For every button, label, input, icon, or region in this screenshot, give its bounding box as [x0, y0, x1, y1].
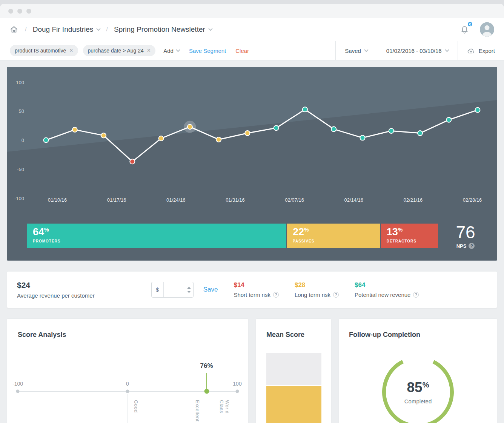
nps-segment-passives[interactable]: 22% PASSIVES — [287, 224, 380, 248]
score-marker[interactable] — [204, 389, 209, 394]
breadcrumb-separator: / — [25, 26, 27, 33]
chart-point[interactable] — [101, 133, 106, 138]
clear-filters-button[interactable]: Clear — [235, 48, 249, 54]
chart-point[interactable] — [303, 107, 307, 112]
filter-tag[interactable]: purchase date > Aug 24 × — [83, 45, 156, 56]
nps-help-icon[interactable]: ? — [469, 243, 475, 249]
notification-badge: 5 — [467, 21, 473, 27]
average-revenue-value: $24 — [17, 281, 95, 290]
filter-tag-label: purchase date > Aug 24 — [88, 48, 144, 54]
breadcrumb-item-company[interactable]: Doug Fir Industries — [33, 25, 100, 34]
chart-point[interactable] — [159, 136, 164, 141]
revenue-input[interactable] — [164, 282, 185, 297]
home-icon[interactable] — [10, 25, 18, 34]
saved-label: Saved — [345, 48, 361, 54]
quantity-stepper[interactable] — [185, 282, 193, 297]
x-axis-label: 01/17/16 — [107, 197, 126, 203]
chart-point[interactable] — [360, 135, 365, 140]
save-button[interactable]: Save — [203, 286, 218, 293]
percent-sign: % — [423, 381, 429, 389]
y-axis-label: -50 — [17, 167, 24, 172]
chart-point[interactable] — [187, 124, 192, 129]
chart-point[interactable] — [245, 131, 250, 136]
x-axis-label: 02/28/16 — [463, 197, 482, 203]
chart-point[interactable] — [216, 137, 221, 142]
chart-point[interactable] — [446, 117, 451, 122]
tag-close-icon[interactable]: × — [69, 48, 73, 54]
passives-label: PASSIVES — [293, 239, 380, 243]
main-content: 100500-50-10001/10/1601/17/1601/24/1601/… — [0, 60, 504, 423]
percent-sign: % — [44, 227, 49, 233]
scale-zero-line — [128, 394, 128, 423]
nps-score: 76 NPS ? — [447, 224, 484, 248]
breadcrumb-separator: / — [106, 26, 108, 33]
stepper-down-icon[interactable] — [187, 291, 191, 293]
notifications-button[interactable]: 5 — [460, 24, 469, 35]
breadcrumb-label: Doug Fir Industries — [33, 25, 94, 34]
y-axis-label: 50 — [19, 108, 24, 114]
chevron-down-icon — [445, 48, 449, 52]
export-button[interactable]: Export — [458, 41, 504, 60]
filter-bar-actions: Saved 01/02/2016 - 03/10/16 Export — [335, 41, 504, 60]
nps-line-chart: 100500-50-10001/10/1601/17/1601/24/1601/… — [7, 67, 497, 218]
chart-point[interactable] — [331, 127, 336, 131]
date-range-label: 01/02/2016 - 03/10/16 — [386, 48, 442, 54]
mean-score-title: Mean Score — [266, 331, 321, 339]
chart-point[interactable] — [475, 108, 480, 113]
breadcrumb-label: Spring Promotion Newsletter — [114, 25, 205, 34]
breadcrumb-item-campaign[interactable]: Spring Promotion Newsletter — [114, 25, 212, 34]
x-axis-label: 02/14/16 — [344, 197, 363, 203]
percent-sign: % — [398, 227, 403, 233]
add-filter-button[interactable]: Add — [163, 48, 180, 54]
followup-title: Follow-up Completion — [349, 331, 487, 339]
scale-dot — [236, 390, 239, 393]
app-header: / Doug Fir Industries / Spring Promotion… — [0, 18, 504, 41]
y-axis-label: -100 — [14, 196, 24, 201]
window-control-dot[interactable] — [26, 9, 31, 14]
followup-completion-card: Follow-up Completion 85% Completed — [339, 318, 497, 423]
currency-prefix: $ — [152, 282, 164, 297]
nps-segment-detractors[interactable]: 13% DETRACTORS — [381, 224, 438, 248]
scale-dot — [126, 390, 129, 393]
tag-close-icon[interactable]: × — [147, 48, 151, 54]
x-axis-label: 01/10/16 — [48, 197, 67, 203]
zone-label-world-class: World Class — [219, 400, 230, 414]
save-segment-button[interactable]: Save Segment — [189, 48, 226, 54]
window-control-dot[interactable] — [8, 9, 13, 14]
promoters-value: 64 — [33, 226, 44, 238]
detractors-label: DETRACTORS — [387, 239, 438, 243]
chart-point[interactable] — [130, 159, 135, 164]
saved-segments-dropdown[interactable]: Saved — [335, 41, 377, 60]
help-icon[interactable]: ? — [333, 292, 339, 298]
potential-new-revenue-value: $64 — [355, 281, 419, 289]
export-label: Export — [479, 48, 495, 54]
chart-point[interactable] — [274, 125, 279, 130]
help-icon[interactable]: ? — [413, 292, 419, 298]
metric-long-term-risk: $28 Long term risk ? — [295, 281, 339, 298]
app-window: / Doug Fir Industries / Spring Promotion… — [0, 4, 504, 423]
avatar[interactable] — [480, 22, 494, 37]
nps-segment-promoters[interactable]: 64% PROMOTERS — [27, 224, 286, 248]
score-analysis-card: Score Analysis -100 0 100 76% Good Excel… — [7, 318, 248, 423]
segment-filters: product IS automotive × purchase date > … — [0, 41, 335, 60]
chart-point[interactable] — [44, 138, 49, 143]
score-analysis-scale: -100 0 100 76% Good Excellent World Clas… — [18, 391, 237, 392]
score-marker-stem — [206, 373, 207, 390]
chevron-down-icon — [97, 26, 101, 31]
mean-score-card: Mean Score — [256, 318, 331, 423]
chart-point[interactable] — [418, 131, 423, 136]
revenue-input-group: $ — [151, 282, 194, 298]
help-icon[interactable]: ? — [273, 292, 279, 298]
date-range-picker[interactable]: 01/02/2016 - 03/10/16 — [377, 41, 458, 60]
zone-label-good: Good — [133, 400, 139, 413]
score-analysis-title: Score Analysis — [18, 331, 237, 339]
average-revenue-block: $24 Average revenue per customer — [17, 281, 95, 299]
chart-point[interactable] — [389, 128, 394, 133]
chart-point[interactable] — [72, 127, 77, 132]
scale-label-min: -100 — [12, 381, 23, 387]
filter-tag[interactable]: product IS automotive × — [10, 45, 78, 56]
stepper-up-icon[interactable] — [187, 287, 191, 289]
score-marker-label: 76% — [200, 362, 213, 370]
short-term-risk-label: Short term risk — [234, 292, 270, 298]
window-control-dot[interactable] — [17, 9, 22, 14]
